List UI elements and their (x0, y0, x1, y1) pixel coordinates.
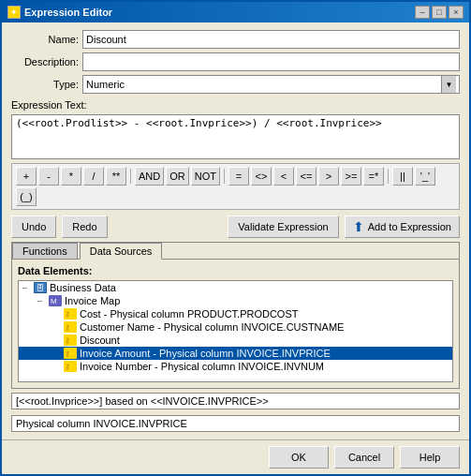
titlebar-icon: ✦ (7, 6, 21, 19)
type-label: Type: (11, 79, 79, 90)
op-neq[interactable]: <> (251, 167, 272, 186)
tab-datasources[interactable]: Data Sources (80, 243, 163, 260)
status-bar-expression: [<<root.Invprice>>] based on <<INVOICE.I… (11, 393, 460, 409)
tabs-header: Functions Data Sources (12, 243, 459, 259)
tree-item-invprice[interactable]: ⚷ Invoice Amount - Physical column INVOI… (19, 347, 452, 360)
op-paren[interactable]: (_) (16, 187, 37, 206)
description-label: Description: (11, 56, 79, 67)
status-bar-physical: Physical column INVOICE.INVPRICE (11, 415, 460, 432)
op-sep2 (224, 169, 225, 184)
ok-button[interactable]: OK (269, 446, 329, 469)
op-sep3 (388, 169, 389, 184)
field-icon: ⚷ (64, 335, 77, 346)
dialog-content: Name: Description: Type: Numeric ▼ Expre… (2, 22, 469, 439)
op-minus[interactable]: - (38, 167, 59, 186)
op-divide[interactable]: / (83, 167, 104, 186)
op-power[interactable]: ** (106, 167, 126, 186)
op-and[interactable]: AND (135, 167, 164, 186)
svg-text:⚷: ⚷ (65, 350, 70, 358)
titlebar: ✦ Expression Editor – □ × (2, 2, 469, 22)
op-quote[interactable]: '_' (415, 167, 435, 186)
maximize-button[interactable]: □ (432, 6, 447, 19)
op-gt[interactable]: > (318, 167, 339, 186)
action-row: Undo Redo Validate Expression ⬆ Add to E… (11, 216, 460, 238)
op-concat[interactable]: || (392, 167, 413, 186)
tree-item-invoice-map[interactable]: – M Invoice Map (19, 294, 452, 307)
tree-container[interactable]: – 🗄 Business Data – M Invoice Map (18, 280, 453, 382)
expression-editor-window: ✦ Expression Editor – □ × Name: Descript… (0, 0, 471, 476)
redo-button[interactable]: Redo (62, 216, 107, 238)
op-lt[interactable]: < (273, 167, 294, 186)
field-icon: ⚷ (64, 348, 77, 359)
expression-text-label: Expression Text: (11, 99, 87, 111)
data-elements-label: Data Elements: (18, 265, 453, 276)
op-multiply[interactable]: * (61, 167, 81, 186)
name-label: Name: (11, 34, 79, 45)
tabs-container: Functions Data Sources Data Elements: – … (11, 242, 460, 389)
op-not[interactable]: NOT (191, 167, 220, 186)
field-icon: ⚷ (64, 361, 77, 372)
op-lte[interactable]: <= (296, 167, 316, 186)
op-gte[interactable]: >= (341, 167, 361, 186)
svg-text:⚷: ⚷ (65, 310, 70, 319)
op-sep1 (130, 169, 131, 184)
svg-text:⚷: ⚷ (65, 336, 70, 345)
close-button[interactable]: × (449, 6, 464, 19)
titlebar-controls: – □ × (415, 6, 464, 19)
op-or[interactable]: OR (166, 167, 189, 186)
tab-content-datasources: Data Elements: – 🗄 Business Data – M (12, 259, 459, 388)
op-eq[interactable]: = (228, 167, 249, 186)
tree-item-custname[interactable]: ⚷ Customer Name - Physical column INVOIC… (19, 320, 452, 334)
type-row: Type: Numeric ▼ (11, 75, 460, 94)
tree-item-business-data[interactable]: – 🗄 Business Data (19, 281, 452, 294)
undo-button[interactable]: Undo (11, 216, 56, 238)
op-eqstar[interactable]: =* (363, 167, 384, 186)
expression-textarea[interactable]: (<<root.Prodlist>> - <<root.Invprice>>) … (11, 114, 460, 159)
minimize-button[interactable]: – (415, 6, 430, 19)
tree-item-discount[interactable]: ⚷ Discount (19, 334, 452, 347)
field-icon: ⚷ (64, 308, 77, 320)
bottom-buttons: OK Cancel Help (2, 439, 469, 474)
op-plus[interactable]: + (16, 167, 37, 186)
map-icon: M (49, 295, 62, 306)
svg-text:⚷: ⚷ (65, 363, 70, 371)
tree-item-invnum[interactable]: ⚷ Invoice Number - Physical column INVOI… (19, 360, 452, 373)
db-icon: 🗄 (34, 282, 47, 293)
type-dropdown-arrow[interactable]: ▼ (441, 76, 456, 93)
description-input[interactable] (82, 52, 460, 71)
type-dropdown[interactable]: Numeric ▼ (82, 75, 460, 94)
name-row: Name: (11, 30, 460, 49)
name-input[interactable] (82, 30, 460, 49)
add-arrow-icon: ⬆ (353, 219, 364, 234)
help-button[interactable]: Help (400, 446, 460, 469)
add-to-expression-button[interactable]: ⬆ Add to Expression (345, 216, 460, 238)
description-row: Description: (11, 52, 460, 71)
validate-button[interactable]: Validate Expression (228, 216, 338, 238)
tab-functions[interactable]: Functions (12, 243, 78, 259)
cancel-button[interactable]: Cancel (334, 446, 394, 469)
titlebar-title: Expression Editor (24, 7, 112, 18)
tree-item-cost[interactable]: ⚷ Cost - Physical column PRODUCT.PRODCOS… (19, 307, 452, 320)
svg-text:⚷: ⚷ (65, 323, 70, 332)
svg-text:M: M (51, 297, 57, 305)
expression-label-row: Expression Text: (11, 97, 460, 111)
field-icon: ⚷ (64, 321, 77, 333)
operator-bar: + - * / ** AND OR NOT = <> < <= > >= =* … (11, 163, 460, 210)
